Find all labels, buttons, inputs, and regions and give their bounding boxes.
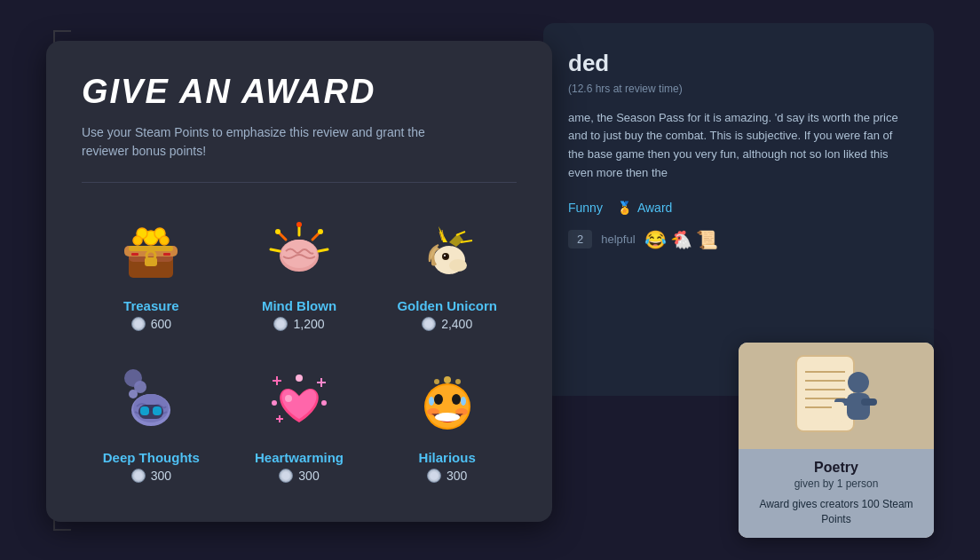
award-button[interactable]: 🏅 Award (617, 201, 672, 215)
svg-point-24 (449, 259, 467, 272)
svg-point-47 (285, 395, 292, 402)
emoji-award-1: 😂 (644, 229, 667, 250)
hilarious-name: Hilarious (419, 450, 476, 465)
heartwarming-icon (259, 363, 339, 443)
award-panel-subtitle: Use your Steam Points to emphasize this … (82, 123, 472, 161)
golden-unicorn-cost: 2,400 (422, 317, 472, 331)
svg-rect-73 (861, 398, 877, 406)
svg-point-27 (444, 255, 446, 256)
deep-thoughts-cost: 300 (131, 469, 171, 483)
svg-rect-12 (163, 253, 170, 256)
svg-point-55 (429, 397, 434, 406)
svg-point-8 (160, 236, 169, 245)
svg-point-21 (318, 229, 323, 234)
svg-point-70 (848, 372, 869, 393)
award-icon: 🏅 (617, 201, 632, 215)
review-title: ded (568, 50, 909, 77)
treasure-name: Treasure (123, 298, 179, 313)
helpful-label: helpful (601, 233, 635, 246)
poetry-points: Award gives creators 100 Steam Points (753, 497, 920, 527)
svg-point-57 (435, 413, 460, 422)
svg-line-19 (271, 249, 280, 251)
poetry-title: Poetry (753, 460, 920, 476)
award-item-mind-blown[interactable]: Mind Blown 1,200 (230, 204, 369, 338)
heartwarming-cost: 300 (279, 469, 319, 483)
award-panel-title: GIVE AN AWARD (82, 73, 517, 111)
review-actions: Funny 🏅 Award (568, 201, 909, 215)
treasure-icon (111, 211, 191, 291)
svg-point-59 (455, 408, 468, 415)
award-item-deep-thoughts[interactable]: Deep Thoughts 300 (82, 356, 221, 490)
steam-coin-treasure (131, 317, 146, 331)
svg-line-16 (312, 233, 319, 240)
award-item-hilarious[interactable]: Hilarious 300 (377, 356, 517, 490)
svg-rect-74 (832, 402, 844, 422)
emoji-award-3: 📜 (696, 229, 718, 250)
treasure-cost: 600 (131, 317, 171, 331)
svg-point-7 (133, 236, 142, 245)
deep-thoughts-name: Deep Thoughts (103, 450, 200, 465)
helpful-count: 2 (568, 230, 592, 248)
svg-point-49 (321, 400, 327, 406)
award-item-heartwarming[interactable]: Heartwarming 300 (230, 356, 369, 490)
steam-coin-mind-blown (273, 317, 288, 331)
svg-rect-71 (847, 393, 870, 420)
awards-grid: Treasure 600 (82, 204, 517, 490)
svg-point-61 (434, 379, 439, 384)
svg-rect-37 (153, 406, 162, 415)
steam-coin-heartwarming (279, 469, 293, 483)
heartwarming-name: Heartwarming (255, 450, 344, 465)
svg-point-50 (296, 375, 303, 382)
svg-point-22 (275, 229, 281, 234)
svg-point-53 (434, 394, 443, 405)
poetry-icon-area (739, 343, 934, 449)
award-panel: GIVE AN AWARD Use your Steam Points to e… (46, 41, 552, 522)
review-text: ame, the Season Pass for it is amazing. … (568, 109, 909, 183)
mind-blown-cost: 1,200 (273, 317, 324, 331)
svg-rect-36 (140, 406, 149, 415)
hilarious-cost: 300 (427, 469, 467, 483)
review-time: (12.6 hrs at review time) (568, 83, 909, 95)
svg-point-60 (444, 376, 451, 383)
svg-point-40 (124, 369, 142, 387)
svg-point-48 (272, 400, 277, 406)
award-item-golden-unicorn[interactable]: Golden Unicorn 2,400 (377, 204, 517, 338)
svg-rect-11 (131, 253, 138, 256)
poetry-given: given by 1 person (753, 477, 920, 490)
svg-point-56 (461, 397, 466, 406)
poetry-tooltip: Poetry given by 1 person Award gives cre… (739, 343, 934, 538)
steam-coin-hilarious (427, 469, 441, 483)
svg-rect-63 (796, 356, 854, 431)
svg-point-20 (296, 222, 302, 227)
svg-line-31 (456, 232, 465, 235)
svg-point-54 (452, 394, 461, 405)
helpful-row: 2 helpful 😂 🐔 📜 (568, 229, 909, 250)
deep-thoughts-icon (111, 363, 191, 443)
review-panel: ded (12.6 hrs at review time) ame, the S… (543, 23, 934, 396)
mind-blown-name: Mind Blown (262, 298, 336, 313)
emoji-award-2: 🐔 (670, 229, 692, 250)
svg-line-18 (319, 249, 328, 251)
golden-unicorn-icon (407, 211, 487, 291)
steam-coin-golden-unicorn (422, 317, 436, 331)
svg-line-17 (280, 233, 286, 240)
award-item-treasure[interactable]: Treasure 600 (82, 204, 221, 338)
steam-coin-deep-thoughts (131, 469, 146, 483)
emoji-awards: 😂 🐔 📜 (644, 229, 718, 250)
hilarious-icon (407, 363, 487, 443)
svg-point-62 (455, 379, 461, 384)
funny-button[interactable]: Funny (568, 201, 603, 215)
svg-point-58 (427, 408, 439, 415)
golden-unicorn-name: Golden Unicorn (397, 298, 497, 313)
mind-blown-icon (259, 211, 339, 291)
divider (82, 182, 517, 183)
poetry-info: Poetry given by 1 person Award gives cre… (739, 449, 934, 538)
